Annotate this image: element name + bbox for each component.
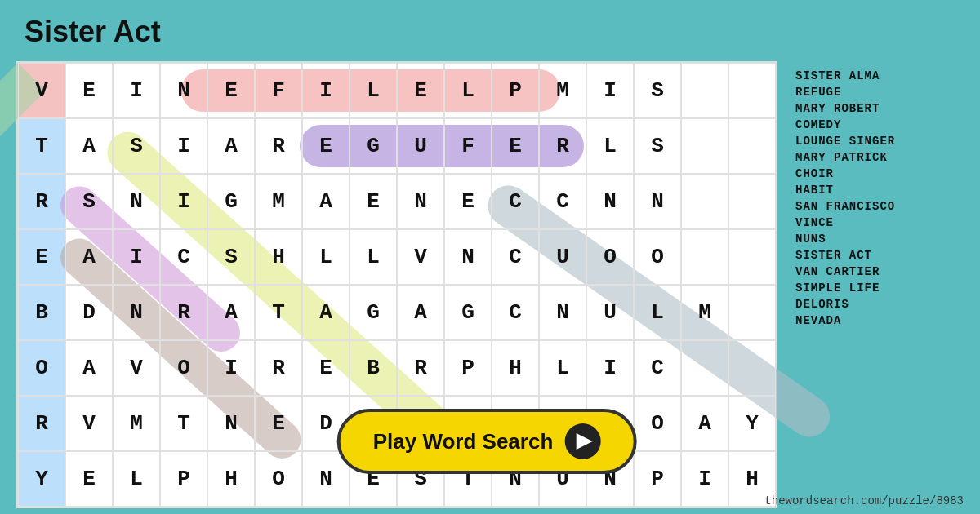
grid-cell: Y	[728, 396, 776, 451]
grid-cell: E	[350, 174, 397, 229]
grid-cell: S	[634, 118, 681, 174]
grid-cell: N	[444, 229, 492, 285]
grid-cell: E	[65, 63, 113, 118]
grid-cell	[728, 118, 776, 174]
grid-cell	[728, 174, 776, 229]
grid-cell: U	[539, 229, 586, 285]
grid-cell: A	[397, 285, 444, 340]
grid-cell: M	[681, 285, 728, 340]
grid-cell: R	[255, 340, 302, 396]
grid-cell: B	[350, 340, 397, 396]
grid-cell: V	[113, 340, 160, 396]
word-item: REFUGE	[795, 86, 902, 99]
grid-cell: O	[18, 340, 65, 396]
word-item: SIMPLE LIFE	[795, 281, 902, 295]
grid-cell: R	[18, 396, 65, 451]
grid-cell: C	[634, 340, 681, 396]
grid-cell	[728, 285, 776, 340]
grid-cell: E	[444, 174, 492, 229]
word-item: SAN FRANCISCO	[795, 200, 902, 213]
grid-cell: B	[18, 285, 65, 340]
grid-cell: L	[539, 340, 586, 396]
grid-cell: P	[160, 451, 207, 507]
grid-cell: V	[18, 63, 65, 118]
grid-cell: N	[160, 63, 207, 118]
grid-cell: S	[65, 174, 113, 229]
grid-cell: T	[18, 118, 65, 174]
grid-cell: I	[160, 174, 207, 229]
grid-cell	[728, 340, 776, 396]
grid-cell: O	[160, 340, 207, 396]
grid-cell: L	[350, 229, 397, 285]
grid-cell: H	[728, 451, 776, 507]
grid-cell: R	[255, 118, 302, 174]
grid-cell: A	[207, 285, 255, 340]
grid-cell: E	[302, 340, 350, 396]
grid-cell: L	[444, 63, 492, 118]
page-title: Sister Act	[24, 15, 161, 49]
grid-cell: A	[65, 340, 113, 396]
grid-cell	[728, 63, 776, 118]
grid-cell: H	[492, 340, 539, 396]
grid-cell: T	[160, 396, 207, 451]
grid-cell: O	[255, 451, 302, 507]
word-item: DELORIS	[795, 298, 902, 311]
grid-cell: D	[65, 285, 113, 340]
grid-cell: E	[65, 451, 113, 507]
grid-cell: C	[492, 285, 539, 340]
grid-cell: I	[586, 63, 634, 118]
grid-cell: N	[586, 174, 634, 229]
grid-cell	[728, 229, 776, 285]
grid-cell: P	[634, 451, 681, 507]
grid-cell: E	[492, 118, 539, 174]
grid-cell: C	[160, 229, 207, 285]
grid-cell: C	[539, 174, 586, 229]
word-item: VINCE	[795, 216, 902, 229]
grid-cell: M	[539, 63, 586, 118]
grid-cell: L	[350, 63, 397, 118]
grid-cell: E	[18, 229, 65, 285]
grid-cell: N	[539, 285, 586, 340]
grid-cell: I	[586, 340, 634, 396]
grid-cell: L	[586, 118, 634, 174]
grid-cell: T	[255, 285, 302, 340]
grid-cell: C	[492, 229, 539, 285]
word-item: CHOIR	[795, 167, 902, 180]
word-item: NUNS	[795, 233, 902, 246]
play-button[interactable]: Play Word Search	[337, 409, 637, 474]
grid-cell: U	[397, 118, 444, 174]
word-item: MARY PATRICK	[795, 151, 902, 164]
grid-cell	[681, 229, 728, 285]
grid-cell: H	[255, 229, 302, 285]
grid-cell: U	[586, 285, 634, 340]
grid-cell: M	[255, 174, 302, 229]
grid-cell: N	[207, 396, 255, 451]
grid-cell: S	[207, 229, 255, 285]
grid-cell: G	[207, 174, 255, 229]
grid-cell: Y	[18, 451, 65, 507]
word-item: COMEDY	[795, 118, 902, 131]
grid-cell: A	[65, 229, 113, 285]
grid-cell: P	[492, 63, 539, 118]
grid-cell: E	[255, 396, 302, 451]
grid-cell	[681, 63, 728, 118]
grid-cell: N	[397, 174, 444, 229]
grid-cell: E	[397, 63, 444, 118]
grid-cell: R	[539, 118, 586, 174]
grid-cell: I	[113, 63, 160, 118]
grid-cell: A	[302, 174, 350, 229]
grid-cell: G	[350, 285, 397, 340]
grid-cell: A	[681, 396, 728, 451]
grid-cell: L	[302, 229, 350, 285]
grid-cell	[681, 340, 728, 396]
grid-cell: N	[113, 174, 160, 229]
word-item: MARY ROBERT	[795, 102, 902, 115]
grid-cell: V	[65, 396, 113, 451]
grid-cell: L	[634, 285, 681, 340]
grid-cell: N	[634, 174, 681, 229]
word-search-grid: VEINEFILELPMISTASIAREGUFERLSRSNIGMAENECC…	[16, 61, 777, 508]
grid-cell: E	[207, 63, 255, 118]
word-item: SISTER ACT	[795, 249, 902, 262]
grid-cell: M	[113, 396, 160, 451]
play-icon	[564, 423, 600, 459]
